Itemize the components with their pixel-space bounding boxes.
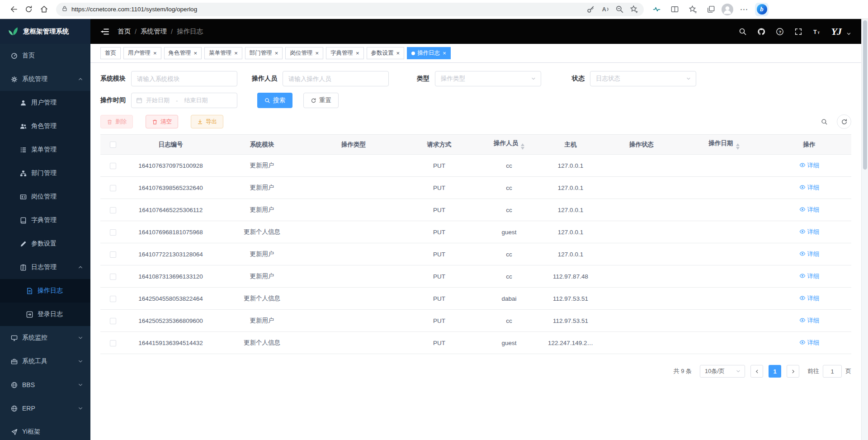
tab-operation-log[interactable]: 操作日志× [407, 47, 451, 59]
sidebar-item-role-management[interactable]: 角色管理 [0, 114, 90, 138]
row-checkbox[interactable] [110, 207, 116, 213]
user-logo[interactable]: YJ [831, 26, 841, 38]
header-search-icon[interactable] [739, 28, 747, 36]
browser-refresh-button[interactable] [21, 2, 36, 17]
add-favorite-star-icon[interactable] [627, 3, 640, 16]
breadcrumb-item[interactable]: 系统管理 [141, 27, 167, 36]
sidebar-item-post-management[interactable]: 岗位管理 [0, 185, 90, 208]
tab-menu-management[interactable]: 菜单管理× [204, 47, 242, 59]
tab-close-icon[interactable]: × [275, 50, 278, 56]
favorites-icon[interactable] [685, 2, 700, 17]
sidebar-item-yi-framework[interactable]: Yi框架 [0, 420, 90, 440]
sidebar-item-dept-management[interactable]: 部门管理 [0, 161, 90, 185]
sidebar-toggle-icon[interactable] [100, 27, 109, 36]
split-screen-icon[interactable] [667, 2, 682, 17]
tab-user-management[interactable]: 用户管理× [123, 47, 161, 59]
row-checkbox[interactable] [110, 163, 116, 169]
sidebar-item-dict-management[interactable]: 字典管理 [0, 208, 90, 232]
detail-link[interactable]: 详细 [799, 272, 820, 280]
tab-close-icon[interactable]: × [443, 50, 446, 56]
tab-role-management[interactable]: 角色管理× [164, 47, 202, 59]
tab-post-management[interactable]: 岗位管理× [285, 47, 323, 59]
tab-close-icon[interactable]: × [315, 50, 319, 56]
sidebar-item-param-settings[interactable]: 参数设置 [0, 232, 90, 255]
page-number-1[interactable]: 1 [769, 365, 781, 378]
table-search-icon[interactable] [817, 114, 831, 129]
search-button[interactable]: 搜索 [257, 93, 292, 108]
tab-close-icon[interactable]: × [153, 50, 157, 56]
browser-back-button[interactable] [5, 2, 21, 17]
sidebar-item-operation-log[interactable]: 操作日志 [0, 279, 90, 303]
browser-profile-avatar[interactable] [722, 4, 733, 15]
github-icon[interactable] [757, 28, 765, 36]
help-icon[interactable]: ? [776, 28, 784, 36]
date-range-picker[interactable]: 开始日期 - 结束日期 [131, 93, 237, 108]
sidebar-item-system-tools[interactable]: 系统工具 [0, 350, 90, 373]
browser-home-button[interactable] [36, 2, 52, 17]
tab-close-icon[interactable]: × [194, 50, 198, 56]
browser-more-icon[interactable]: ⋯ [737, 2, 751, 17]
scrollbar-thumb[interactable] [863, 20, 867, 170]
sidebar-item-home[interactable]: 首页 [0, 44, 90, 67]
page-size-select[interactable]: 10条/页 [700, 365, 745, 378]
goto-page-input[interactable] [823, 365, 842, 378]
font-size-icon[interactable]: TT [813, 28, 821, 36]
row-checkbox[interactable] [110, 229, 116, 236]
select-all-checkbox[interactable] [110, 142, 116, 148]
zoom-out-icon[interactable] [613, 3, 626, 16]
detail-link[interactable]: 详细 [799, 294, 820, 303]
detail-link[interactable]: 详细 [799, 184, 820, 192]
row-checkbox[interactable] [110, 251, 116, 258]
sidebar-item-login-log[interactable]: 登录日志 [0, 303, 90, 326]
sidebar-item-bbs[interactable]: BBS [0, 373, 90, 397]
sidebar-item-user-management[interactable]: 用户管理 [0, 91, 90, 114]
row-checkbox[interactable] [110, 340, 116, 346]
clear-button[interactable]: 清空 [146, 115, 178, 128]
sort-carets-icon[interactable] [736, 143, 740, 150]
export-button[interactable]: 导出 [191, 115, 223, 128]
column-header[interactable]: 操作日期 [681, 135, 767, 155]
browser-scrollbar[interactable] [861, 19, 868, 440]
tab-close-icon[interactable]: × [396, 50, 400, 56]
prev-page-button[interactable] [750, 365, 763, 378]
user-menu-caret-icon[interactable] [846, 31, 851, 36]
read-aloud-icon[interactable]: A [599, 3, 611, 16]
row-checkbox[interactable] [110, 296, 116, 302]
fullscreen-icon[interactable] [794, 28, 802, 36]
sidebar-item-erp[interactable]: ERP [0, 397, 90, 420]
sort-carets-icon[interactable] [521, 143, 524, 150]
next-page-button[interactable] [787, 365, 799, 378]
bing-icon[interactable]: b [755, 3, 769, 16]
tab-param-settings[interactable]: 参数设置× [367, 47, 405, 59]
module-input[interactable] [131, 71, 237, 86]
detail-link[interactable]: 详细 [799, 317, 820, 325]
tab-close-icon[interactable]: × [356, 50, 359, 56]
browser-essentials-icon[interactable] [649, 2, 664, 17]
url-text[interactable]: https://ccnetcore.com:1101/system/log/op… [71, 6, 584, 13]
row-checkbox[interactable] [110, 318, 116, 324]
reset-button[interactable]: 重置 [303, 93, 339, 108]
tab-dept-management[interactable]: 部门管理× [245, 47, 283, 59]
detail-link[interactable]: 详细 [799, 161, 820, 170]
password-key-icon[interactable] [584, 3, 597, 16]
operator-input[interactable] [283, 71, 389, 86]
detail-link[interactable]: 详细 [799, 228, 820, 236]
browser-url-bar[interactable]: https://ccnetcore.com:1101/system/log/op… [56, 3, 644, 16]
detail-link[interactable]: 详细 [799, 206, 820, 214]
detail-link[interactable]: 详细 [799, 250, 820, 258]
detail-link[interactable]: 详细 [799, 339, 820, 347]
sidebar-item-system-management[interactable]: 系统管理 [0, 67, 90, 91]
status-select[interactable]: 日志状态 [590, 71, 696, 86]
sidebar-item-system-monitor[interactable]: 系统监控 [0, 326, 90, 350]
row-checkbox[interactable] [110, 274, 116, 280]
tab-dict-management[interactable]: 字典管理× [326, 47, 364, 59]
tab-home[interactable]: 首页 [100, 47, 121, 59]
column-header[interactable]: 操作人员 [479, 135, 539, 155]
collections-icon[interactable] [703, 2, 718, 17]
delete-button[interactable]: 删除 [100, 115, 133, 128]
table-refresh-icon[interactable] [837, 114, 851, 129]
breadcrumb-item[interactable]: 首页 [118, 27, 131, 36]
row-checkbox[interactable] [110, 185, 116, 191]
sidebar-item-menu-management[interactable]: 菜单管理 [0, 138, 90, 161]
type-select[interactable]: 操作类型 [435, 71, 541, 86]
